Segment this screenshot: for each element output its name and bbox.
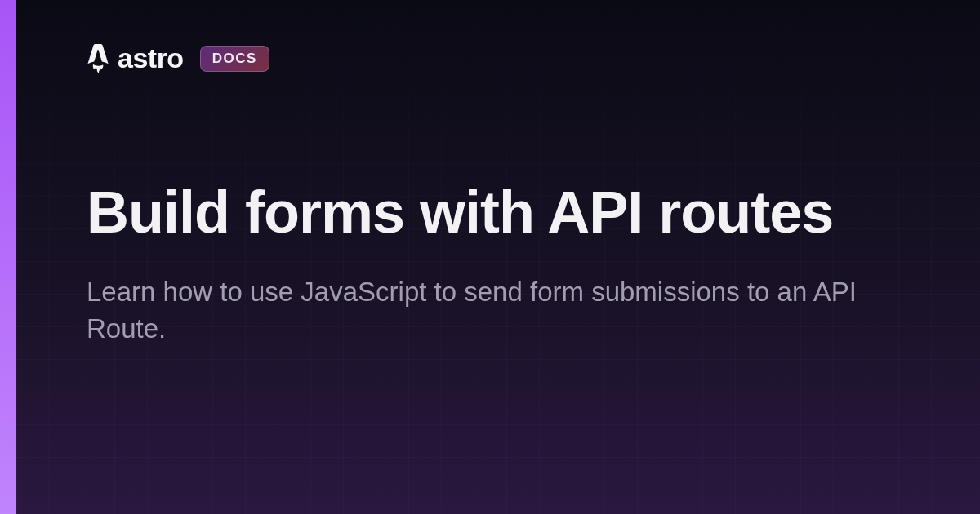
brand-logo: astro [87, 42, 184, 74]
content: Build forms with API routes Learn how to… [87, 180, 910, 347]
astro-icon [87, 44, 109, 73]
header: astro DOCS [87, 42, 910, 74]
page-subtitle: Learn how to use JavaScript to send form… [87, 274, 887, 347]
page-title: Build forms with API routes [87, 180, 910, 245]
brand-name: astro [118, 42, 184, 74]
docs-badge: DOCS [200, 46, 270, 72]
accent-bar [0, 0, 16, 514]
main-card: astro DOCS Build forms with API routes L… [16, 0, 980, 514]
